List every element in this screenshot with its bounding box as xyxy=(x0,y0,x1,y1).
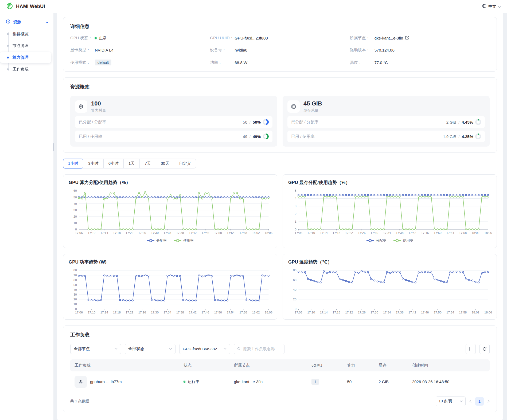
tab-1h[interactable]: 1小时 xyxy=(63,159,83,168)
page-size-select[interactable]: 10 条/页 xyxy=(436,397,466,406)
svg-text:40: 40 xyxy=(73,288,77,291)
tab-3h[interactable]: 3小时 xyxy=(83,159,103,168)
language-selector[interactable]: 中文 xyxy=(482,4,501,9)
language-label: 中文 xyxy=(488,4,496,9)
table-row[interactable]: gpuburn-...-lb77m 运行中 gke-kant...e-3fln … xyxy=(70,371,490,392)
svg-text:60: 60 xyxy=(293,278,297,281)
col-status: 状态 xyxy=(179,359,229,371)
refresh-icon xyxy=(482,347,487,351)
svg-text:17:50: 17:50 xyxy=(434,231,442,234)
sidebar-group-resources[interactable]: 资源 xyxy=(0,17,53,27)
time-range-tabs: 1小时 3小时 6小时 1天 7天 30天 自定义 xyxy=(63,159,196,168)
sidebar-item-label: 节点管理 xyxy=(13,43,29,48)
row-percent: 4.45% xyxy=(462,120,473,124)
svg-text:17:18: 17:18 xyxy=(333,231,340,234)
svg-text:17:30: 17:30 xyxy=(151,231,159,234)
mode-tag: default xyxy=(95,60,111,65)
field-node: 所属节点： gke-kant...e-3fln xyxy=(350,36,490,41)
row-label: 已用 / 使用率 xyxy=(291,134,315,139)
workload-name[interactable]: gpuburn-...-lb77m xyxy=(90,379,122,384)
column-settings-button[interactable] xyxy=(466,344,476,354)
status-value: 正常 xyxy=(99,36,107,41)
chart-title: GPU 功率趋势 (W) xyxy=(69,259,272,265)
details-grid: GPU 状态： 正常 GPU UUID： GPU-f9cd...23f800 所… xyxy=(70,36,490,65)
separator: / xyxy=(249,134,251,139)
workload-created: 2026-03-26 16:48:50 xyxy=(412,379,449,384)
workload-search[interactable] xyxy=(234,344,284,354)
status-filter-select[interactable]: 全部状态 xyxy=(125,344,176,354)
legend-item[interactable]: 使用率 xyxy=(174,238,194,243)
svg-text:17:54: 17:54 xyxy=(227,311,235,314)
page-number-1[interactable]: 1 xyxy=(475,397,484,406)
tab-6h[interactable]: 6小时 xyxy=(103,159,123,168)
memory-chip-icon xyxy=(287,100,300,113)
svg-text:0: 0 xyxy=(295,307,296,311)
row-value: 50 xyxy=(243,120,247,124)
status-filter-value: 全部状态 xyxy=(128,346,144,351)
svg-text:80: 80 xyxy=(293,269,297,272)
chart-legend[interactable]: 分配率 使用率 xyxy=(288,237,491,245)
row-percent: 4.25% xyxy=(462,134,473,139)
svg-text:0: 0 xyxy=(295,228,296,231)
chart-compute-trend: GPU 算力分配/使用趋势（%） 010203040506017:0617:10… xyxy=(63,174,277,248)
column-settings-icon xyxy=(469,347,473,351)
legend-item[interactable]: 分配率 xyxy=(147,238,167,243)
sidebar-item-node-management[interactable]: 节点管理 xyxy=(0,40,51,51)
svg-text:17:22: 17:22 xyxy=(345,231,353,234)
field-label: 温度： xyxy=(350,60,375,65)
compute-allocated-row: 已分配 / 分配率 50 / 50% xyxy=(75,116,272,128)
chart-temperature-trend: GPU 温度趋势（℃） 02040608017:0617:1017:1417:1… xyxy=(283,254,497,320)
chart-legend[interactable]: 分配率 使用率 xyxy=(69,237,272,245)
tab-custom[interactable]: 自定义 xyxy=(174,159,196,168)
workload-node: gke-kant...e-3fln xyxy=(234,379,263,384)
tab-30d[interactable]: 30天 xyxy=(156,159,174,168)
compute-overview-card: 100 算力总量 已分配 / 分配率 50 / 50% 已用 / 使用率 xyxy=(70,96,277,147)
svg-text:17:30: 17:30 xyxy=(151,311,159,314)
gpu-filter-select[interactable]: GPU-f9cd036c-382... xyxy=(179,344,230,354)
table-header-row: 工作负载 状态 所属节点 vGPU 算力 显存 创建时间 xyxy=(70,359,490,371)
svg-text:18:02: 18:02 xyxy=(472,231,479,234)
app-title: HAMi WebUI xyxy=(16,4,45,9)
svg-text:18:06: 18:06 xyxy=(484,311,492,314)
next-page-button[interactable] xyxy=(488,400,490,403)
compute-chip-icon xyxy=(75,100,87,113)
tab-1d[interactable]: 1天 xyxy=(123,159,139,168)
svg-text:17:54: 17:54 xyxy=(227,231,235,234)
col-created: 创建时间 xyxy=(408,359,490,371)
svg-text:17:42: 17:42 xyxy=(189,231,197,234)
row-label: 已分配 / 分配率 xyxy=(79,120,106,125)
node-value: gke-kant...e-3fln xyxy=(375,36,403,40)
tab-7d[interactable]: 7天 xyxy=(139,159,155,168)
svg-text:50: 50 xyxy=(73,196,77,199)
svg-text:50: 50 xyxy=(73,283,77,286)
resource-overview-card: 资源概览 100 算力总量 已分配 / 分配率 xyxy=(63,77,497,153)
field-power: 功率： 68.8 W xyxy=(210,60,350,65)
main-content: 返回 GPU : GPU-f9cd036c-382f-b13d-443f-8ba… xyxy=(57,0,507,420)
svg-text:4: 4 xyxy=(295,197,297,200)
svg-text:17:46: 17:46 xyxy=(201,311,209,314)
sidebar-item-workloads[interactable]: 工作负载 xyxy=(0,64,51,75)
external-link-icon[interactable] xyxy=(405,36,409,40)
legend-item[interactable]: 分配率 xyxy=(366,238,386,243)
svg-text:17:50: 17:50 xyxy=(214,311,222,314)
chevron-down-icon xyxy=(460,400,463,402)
sidebar-item-compute-management[interactable]: 算力管理 xyxy=(0,52,51,63)
field-label: 所属节点： xyxy=(350,36,375,41)
node-filter-value: 全部节点 xyxy=(74,346,90,351)
legend-item[interactable]: 使用率 xyxy=(393,238,413,243)
sidebar-item-cluster-overview[interactable]: 集群概览 xyxy=(0,28,51,40)
refresh-button[interactable] xyxy=(479,344,490,354)
search-input[interactable] xyxy=(243,347,281,351)
svg-text:60: 60 xyxy=(73,278,77,281)
separator: / xyxy=(458,120,459,124)
sidebar-item-label: 集群概览 xyxy=(13,32,29,37)
col-vgpu: vGPU xyxy=(307,359,343,371)
donut-progress xyxy=(263,119,269,125)
svg-text:17:42: 17:42 xyxy=(408,311,416,314)
prev-page-button[interactable] xyxy=(469,400,471,403)
svg-text:17:06: 17:06 xyxy=(75,231,83,234)
compute-total: 100 xyxy=(91,100,106,107)
node-filter-select[interactable]: 全部节点 xyxy=(70,344,121,354)
sidebar-resize-handle[interactable] xyxy=(53,143,54,151)
svg-text:18:02: 18:02 xyxy=(472,311,479,314)
